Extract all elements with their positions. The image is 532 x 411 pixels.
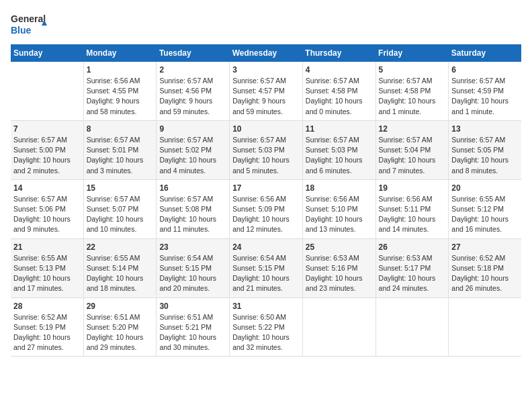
calendar-cell: 15Sunrise: 6:57 AMSunset: 5:07 PMDayligh… xyxy=(83,179,157,238)
day-number: 8 xyxy=(87,124,154,134)
day-number: 27 xyxy=(451,242,519,252)
header-day-monday: Monday xyxy=(83,44,157,62)
calendar-cell: 27Sunrise: 6:52 AMSunset: 5:18 PMDayligh… xyxy=(449,238,521,298)
day-number: 4 xyxy=(306,65,373,75)
day-number: 17 xyxy=(232,183,300,193)
week-row-5: 28Sunrise: 6:52 AMSunset: 5:19 PMDayligh… xyxy=(11,298,521,357)
day-info: Sunrise: 6:57 AMSunset: 5:07 PMDaylight:… xyxy=(87,194,154,235)
day-number: 19 xyxy=(379,183,446,193)
calendar-cell: 16Sunrise: 6:57 AMSunset: 5:08 PMDayligh… xyxy=(157,179,230,238)
day-number: 14 xyxy=(13,183,81,193)
day-info: Sunrise: 6:57 AMSunset: 4:58 PMDaylight:… xyxy=(379,76,446,117)
day-info: Sunrise: 6:57 AMSunset: 5:04 PMDaylight:… xyxy=(379,135,446,176)
header-day-thursday: Thursday xyxy=(302,44,375,62)
day-info: Sunrise: 6:52 AMSunset: 5:19 PMDaylight:… xyxy=(13,312,81,353)
day-number: 21 xyxy=(13,242,81,252)
calendar-cell: 9Sunrise: 6:57 AMSunset: 5:02 PMDaylight… xyxy=(157,120,230,179)
calendar-cell: 24Sunrise: 6:54 AMSunset: 5:15 PMDayligh… xyxy=(230,238,303,298)
day-number: 6 xyxy=(451,65,519,75)
day-info: Sunrise: 6:56 AMSunset: 5:09 PMDaylight:… xyxy=(232,194,300,235)
day-info: Sunrise: 6:57 AMSunset: 5:03 PMDaylight:… xyxy=(232,135,300,176)
logo: GeneralBlue xyxy=(11,11,48,36)
day-info: Sunrise: 6:57 AMSunset: 4:56 PMDaylight:… xyxy=(159,76,226,117)
calendar-cell: 21Sunrise: 6:55 AMSunset: 5:13 PMDayligh… xyxy=(11,238,83,298)
calendar-cell: 19Sunrise: 6:56 AMSunset: 5:11 PMDayligh… xyxy=(375,179,449,238)
day-number: 29 xyxy=(87,302,154,311)
week-row-1: 1Sunrise: 6:56 AMSunset: 4:55 PMDaylight… xyxy=(11,62,521,120)
calendar-cell: 12Sunrise: 6:57 AMSunset: 5:04 PMDayligh… xyxy=(375,120,449,179)
day-number: 13 xyxy=(451,124,519,134)
calendar-cell: 4Sunrise: 6:57 AMSunset: 4:58 PMDaylight… xyxy=(302,62,375,120)
day-number: 24 xyxy=(232,242,300,252)
day-number: 18 xyxy=(306,183,373,193)
day-number: 30 xyxy=(159,302,226,311)
calendar-cell xyxy=(302,298,375,357)
day-info: Sunrise: 6:57 AMSunset: 5:00 PMDaylight:… xyxy=(13,135,81,176)
header-day-friday: Friday xyxy=(375,44,449,62)
day-info: Sunrise: 6:50 AMSunset: 5:22 PMDaylight:… xyxy=(232,312,300,353)
day-info: Sunrise: 6:57 AMSunset: 5:06 PMDaylight:… xyxy=(13,194,81,235)
week-row-3: 14Sunrise: 6:57 AMSunset: 5:06 PMDayligh… xyxy=(11,179,521,238)
logo-svg: GeneralBlue xyxy=(11,11,48,36)
calendar-cell: 3Sunrise: 6:57 AMSunset: 4:57 PMDaylight… xyxy=(230,62,303,120)
calendar-cell: 1Sunrise: 6:56 AMSunset: 4:55 PMDaylight… xyxy=(83,62,157,120)
day-info: Sunrise: 6:53 AMSunset: 5:16 PMDaylight:… xyxy=(306,253,373,294)
calendar-cell: 6Sunrise: 6:57 AMSunset: 4:59 PMDaylight… xyxy=(449,62,521,120)
header-day-wednesday: Wednesday xyxy=(230,44,303,62)
day-number: 10 xyxy=(232,124,300,134)
calendar-cell: 20Sunrise: 6:55 AMSunset: 5:12 PMDayligh… xyxy=(449,179,521,238)
day-info: Sunrise: 6:56 AMSunset: 4:55 PMDaylight:… xyxy=(87,76,154,117)
day-info: Sunrise: 6:56 AMSunset: 5:11 PMDaylight:… xyxy=(379,194,446,235)
calendar-cell: 11Sunrise: 6:57 AMSunset: 5:03 PMDayligh… xyxy=(302,120,375,179)
calendar-table: SundayMondayTuesdayWednesdayThursdayFrid… xyxy=(11,44,521,357)
calendar-cell: 22Sunrise: 6:55 AMSunset: 5:14 PMDayligh… xyxy=(83,238,157,298)
calendar-cell: 26Sunrise: 6:53 AMSunset: 5:17 PMDayligh… xyxy=(375,238,449,298)
day-info: Sunrise: 6:57 AMSunset: 5:01 PMDaylight:… xyxy=(87,135,154,176)
calendar-cell: 10Sunrise: 6:57 AMSunset: 5:03 PMDayligh… xyxy=(230,120,303,179)
day-number: 28 xyxy=(13,302,81,311)
calendar-cell: 30Sunrise: 6:51 AMSunset: 5:21 PMDayligh… xyxy=(157,298,230,357)
calendar-cell xyxy=(375,298,449,357)
day-info: Sunrise: 6:55 AMSunset: 5:14 PMDaylight:… xyxy=(87,253,154,294)
day-info: Sunrise: 6:57 AMSunset: 5:02 PMDaylight:… xyxy=(159,135,226,176)
day-number: 12 xyxy=(379,124,446,134)
day-info: Sunrise: 6:55 AMSunset: 5:12 PMDaylight:… xyxy=(451,194,519,235)
calendar-cell: 14Sunrise: 6:57 AMSunset: 5:06 PMDayligh… xyxy=(11,179,83,238)
calendar-cell: 31Sunrise: 6:50 AMSunset: 5:22 PMDayligh… xyxy=(230,298,303,357)
calendar-cell: 2Sunrise: 6:57 AMSunset: 4:56 PMDaylight… xyxy=(157,62,230,120)
day-number: 11 xyxy=(306,124,373,134)
day-number: 5 xyxy=(379,65,446,75)
day-number: 3 xyxy=(232,65,300,75)
day-number: 2 xyxy=(159,65,226,75)
day-info: Sunrise: 6:57 AMSunset: 5:05 PMDaylight:… xyxy=(451,135,519,176)
day-number: 31 xyxy=(232,302,300,311)
calendar-cell: 5Sunrise: 6:57 AMSunset: 4:58 PMDaylight… xyxy=(375,62,449,120)
header-day-tuesday: Tuesday xyxy=(157,44,230,62)
calendar-cell: 17Sunrise: 6:56 AMSunset: 5:09 PMDayligh… xyxy=(230,179,303,238)
day-info: Sunrise: 6:56 AMSunset: 5:10 PMDaylight:… xyxy=(306,194,373,235)
day-number: 15 xyxy=(87,183,154,193)
day-info: Sunrise: 6:57 AMSunset: 4:58 PMDaylight:… xyxy=(306,76,373,117)
day-number: 25 xyxy=(306,242,373,252)
calendar-cell xyxy=(11,62,83,120)
day-number: 23 xyxy=(159,242,226,252)
day-info: Sunrise: 6:57 AMSunset: 4:59 PMDaylight:… xyxy=(451,76,519,117)
day-info: Sunrise: 6:54 AMSunset: 5:15 PMDaylight:… xyxy=(159,253,226,294)
calendar-cell: 13Sunrise: 6:57 AMSunset: 5:05 PMDayligh… xyxy=(449,120,521,179)
svg-text:Blue: Blue xyxy=(11,25,32,36)
day-info: Sunrise: 6:53 AMSunset: 5:17 PMDaylight:… xyxy=(379,253,446,294)
calendar-cell xyxy=(449,298,521,357)
day-number: 1 xyxy=(87,65,154,75)
calendar-cell: 25Sunrise: 6:53 AMSunset: 5:16 PMDayligh… xyxy=(302,238,375,298)
svg-text:General: General xyxy=(11,13,46,24)
week-row-2: 7Sunrise: 6:57 AMSunset: 5:00 PMDaylight… xyxy=(11,120,521,179)
day-info: Sunrise: 6:52 AMSunset: 5:18 PMDaylight:… xyxy=(451,253,519,294)
header-day-sunday: Sunday xyxy=(11,44,83,62)
day-info: Sunrise: 6:57 AMSunset: 4:57 PMDaylight:… xyxy=(232,76,300,117)
calendar-cell: 23Sunrise: 6:54 AMSunset: 5:15 PMDayligh… xyxy=(157,238,230,298)
page-header: GeneralBlue xyxy=(11,11,521,36)
calendar-cell: 8Sunrise: 6:57 AMSunset: 5:01 PMDaylight… xyxy=(83,120,157,179)
day-number: 22 xyxy=(87,242,154,252)
header-row: SundayMondayTuesdayWednesdayThursdayFrid… xyxy=(11,44,521,62)
day-info: Sunrise: 6:55 AMSunset: 5:13 PMDaylight:… xyxy=(13,253,81,294)
